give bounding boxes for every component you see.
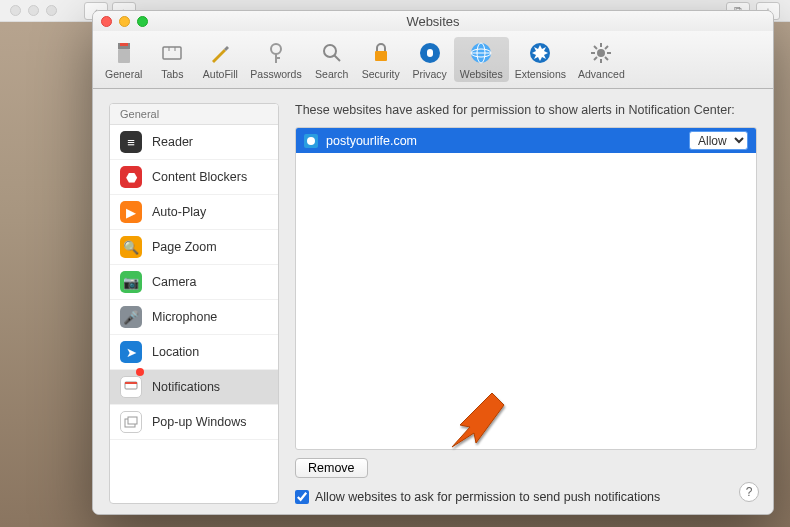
autofill-icon [206, 39, 234, 67]
toolbar-extensions[interactable]: Extensions [509, 37, 572, 82]
svg-rect-29 [125, 382, 137, 384]
security-icon [367, 39, 395, 67]
toolbar-label: Privacy [412, 68, 446, 80]
sidebar-item-popup[interactable]: Pop-up Windows [110, 405, 278, 440]
websites-icon [467, 39, 495, 67]
permission-select[interactable]: Allow [689, 131, 748, 150]
main-panel: These websites have asked for permission… [295, 103, 757, 504]
sidebar-header: General [110, 104, 278, 125]
toolbar-general[interactable]: General [99, 37, 148, 82]
allow-ask-checkbox[interactable] [295, 490, 309, 504]
sidebar-item-content-blockers[interactable]: ⬣Content Blockers [110, 160, 278, 195]
sidebar-item-reader[interactable]: ≡Reader [110, 125, 278, 160]
location-icon: ➤ [120, 341, 142, 363]
close-button[interactable] [101, 16, 112, 27]
remove-row: Remove [295, 458, 757, 478]
advanced-icon [587, 39, 615, 67]
svg-rect-31 [128, 417, 137, 424]
toolbar-label: General [105, 68, 142, 80]
help-button[interactable]: ? [739, 482, 759, 502]
sidebar-item-label: Page Zoom [152, 240, 217, 254]
svg-point-6 [271, 44, 281, 54]
sidebar-item-label: Auto-Play [152, 205, 206, 219]
allow-ask-row: Allow websites to ask for permission to … [295, 490, 757, 504]
preferences-window: Websites General Tabs AutoFill Passwords… [92, 10, 774, 515]
svg-line-24 [594, 46, 597, 49]
zoom-button[interactable] [137, 16, 148, 27]
content-area: General ≡Reader ⬣Content Blockers ▶Auto-… [93, 89, 773, 514]
content-blocker-icon: ⬣ [120, 166, 142, 188]
traffic-lights [101, 16, 148, 27]
svg-rect-3 [163, 47, 181, 59]
privacy-icon [416, 39, 444, 67]
svg-line-10 [334, 55, 340, 61]
toolbar-privacy[interactable]: Privacy [406, 37, 454, 82]
sidebar-item-label: Content Blockers [152, 170, 247, 184]
allow-ask-label: Allow websites to ask for permission to … [315, 490, 660, 504]
outer-traffic-lights [10, 5, 57, 16]
extensions-icon [526, 39, 554, 67]
titlebar: Websites [93, 11, 773, 31]
svg-rect-11 [375, 51, 387, 61]
sidebar-item-microphone[interactable]: 🎤Microphone [110, 300, 278, 335]
favicon-icon [304, 134, 318, 148]
sidebar-item-auto-play[interactable]: ▶Auto-Play [110, 195, 278, 230]
toolbar-label: AutoFill [203, 68, 238, 80]
toolbar-security[interactable]: Security [356, 37, 406, 82]
svg-line-26 [594, 57, 597, 60]
svg-point-32 [307, 137, 315, 145]
sidebar-item-label: Microphone [152, 310, 217, 324]
camera-icon: 📷 [120, 271, 142, 293]
svg-point-19 [597, 49, 605, 57]
autoplay-icon: ▶ [120, 201, 142, 223]
website-domain: postyourlife.com [326, 134, 689, 148]
svg-rect-2 [118, 49, 130, 63]
toolbar-tabs[interactable]: Tabs [148, 37, 196, 82]
outer-dot [10, 5, 21, 16]
website-row[interactable]: postyourlife.com Allow [296, 128, 756, 153]
sidebar-item-label: Pop-up Windows [152, 415, 247, 429]
description-text: These websites have asked for permission… [295, 103, 757, 117]
tabs-icon [158, 39, 186, 67]
svg-line-27 [605, 46, 608, 49]
passwords-icon [262, 39, 290, 67]
toolbar-label: Advanced [578, 68, 625, 80]
toolbar-label: Security [362, 68, 400, 80]
sidebar-item-label: Location [152, 345, 199, 359]
toolbar-label: Passwords [250, 68, 301, 80]
svg-rect-8 [275, 57, 280, 59]
toolbar-passwords[interactable]: Passwords [244, 37, 307, 82]
sidebar-item-label: Reader [152, 135, 193, 149]
zoom-icon: 🔍 [120, 236, 142, 258]
sidebar-item-notifications[interactable]: Notifications [110, 370, 278, 405]
popup-icon [120, 411, 142, 433]
toolbar-search[interactable]: Search [308, 37, 356, 82]
notifications-icon [120, 376, 142, 398]
reader-icon: ≡ [120, 131, 142, 153]
sidebar-item-page-zoom[interactable]: 🔍Page Zoom [110, 230, 278, 265]
window-title: Websites [93, 14, 773, 29]
sidebar-item-label: Camera [152, 275, 196, 289]
toolbar-label: Websites [460, 68, 503, 80]
toolbar-websites[interactable]: Websites [454, 37, 509, 82]
toolbar-autofill[interactable]: AutoFill [196, 37, 244, 82]
svg-rect-13 [427, 49, 433, 57]
outer-dot [46, 5, 57, 16]
sidebar-item-location[interactable]: ➤Location [110, 335, 278, 370]
minimize-button[interactable] [119, 16, 130, 27]
preferences-toolbar: General Tabs AutoFill Passwords Search S… [93, 31, 773, 89]
sidebar-item-camera[interactable]: 📷Camera [110, 265, 278, 300]
toolbar-advanced[interactable]: Advanced [572, 37, 631, 82]
toolbar-label: Tabs [161, 68, 183, 80]
toolbar-label: Extensions [515, 68, 566, 80]
websites-list[interactable]: postyourlife.com Allow [295, 127, 757, 450]
svg-rect-1 [120, 43, 128, 46]
search-icon [318, 39, 346, 67]
remove-button[interactable]: Remove [295, 458, 368, 478]
outer-dot [28, 5, 39, 16]
svg-line-25 [605, 57, 608, 60]
sidebar-item-label: Notifications [152, 380, 220, 394]
general-icon [110, 39, 138, 67]
microphone-icon: 🎤 [120, 306, 142, 328]
toolbar-label: Search [315, 68, 348, 80]
